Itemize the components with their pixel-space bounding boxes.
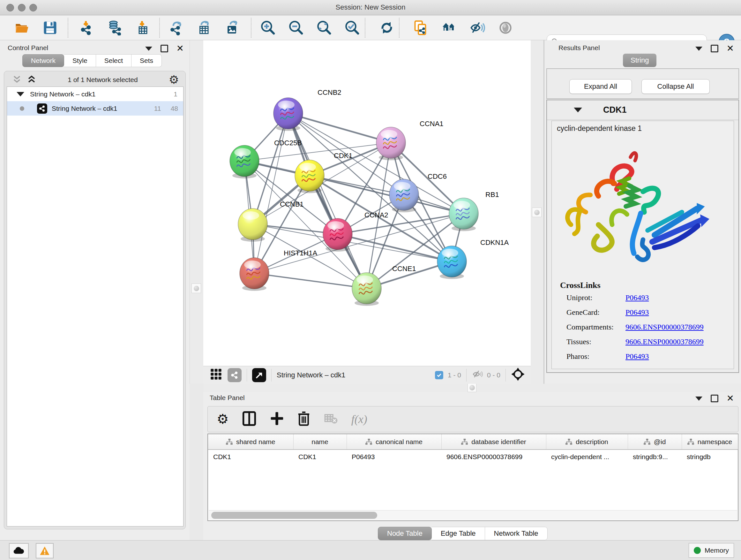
node-label-CCNE1: CCNE1	[392, 265, 416, 273]
network-node-CCNA1[interactable]: CCNA1	[376, 120, 444, 160]
collection-count: 1	[174, 90, 178, 98]
panel-float-icon[interactable]	[711, 45, 718, 52]
column-type-icon	[565, 439, 572, 445]
warning-status-button[interactable]	[36, 543, 54, 558]
network-node-CDKN1A[interactable]: CDKN1A	[437, 239, 509, 279]
network-node-HIST1H1A[interactable]: HIST1H1A	[240, 249, 317, 291]
network-collection-row[interactable]: String Network – cdk1 1	[7, 87, 183, 101]
panel-float-icon[interactable]	[711, 395, 718, 402]
column-header[interactable]: description	[546, 434, 628, 449]
import-network-database-icon[interactable]	[107, 20, 123, 36]
network-options-gear-icon[interactable]: ⚙	[169, 74, 179, 85]
memory-button[interactable]: Memory	[689, 543, 734, 558]
bottom-splitter[interactable]	[203, 384, 741, 392]
graphics-details-icon[interactable]	[498, 20, 513, 36]
fit-selected-crosshair-icon[interactable]	[511, 367, 525, 383]
open-session-icon[interactable]	[14, 20, 30, 36]
panel-close-icon[interactable]: ✕	[177, 45, 184, 52]
save-session-icon[interactable]	[43, 20, 58, 36]
network-node-CDC25B[interactable]: CDC25B	[230, 139, 302, 179]
collapse-all-button[interactable]: Collapse All	[642, 79, 710, 94]
column-header[interactable]: database identifier	[441, 434, 546, 449]
table-toolbar: ⚙ f(x)	[207, 406, 738, 432]
birds-eye-view-icon[interactable]	[210, 368, 222, 382]
network-node-count: 11	[154, 105, 161, 112]
column-header[interactable]: namespace	[682, 434, 738, 449]
expand-all-button[interactable]: Expand All	[569, 79, 632, 94]
panel-close-icon[interactable]: ✕	[727, 45, 734, 52]
status-bar: Memory	[0, 540, 741, 560]
show-columns-icon[interactable]	[242, 411, 256, 428]
column-header[interactable]: name	[293, 434, 347, 449]
collapse-all-networks-icon[interactable]	[12, 74, 22, 85]
network-view-toolbar: String Network – cdk1 1 - 0 0 - 0	[203, 366, 531, 384]
network-selection-status: 1 of 1 Network selected	[37, 76, 169, 84]
crosslink-row: Uniprot: P06493	[566, 294, 729, 306]
genecard-link[interactable]: P06493	[625, 308, 649, 321]
network-edge-CDK1-RB1[interactable]	[310, 176, 464, 213]
column-header[interactable]: @id	[628, 434, 682, 449]
tab-node-table[interactable]: Node Table	[378, 527, 432, 540]
tab-style[interactable]: Style	[64, 54, 96, 67]
tab-select[interactable]: Select	[96, 54, 131, 67]
column-header[interactable]: canonical name	[347, 434, 441, 449]
zoom-out-icon[interactable]	[288, 20, 304, 36]
network-edge-CCNB2-HIST1H1A[interactable]	[254, 113, 288, 273]
tab-network[interactable]: Network	[22, 54, 64, 67]
export-network-icon[interactable]	[169, 20, 184, 36]
table-row[interactable]: CDK1 CDK1 P06493 9606.ENSP00000378699 cy…	[208, 449, 738, 463]
zoom-fit-icon[interactable]	[317, 20, 332, 36]
copy-style-icon[interactable]	[414, 20, 429, 36]
import-table-icon[interactable]	[135, 20, 151, 36]
gene-section-header[interactable]: CDK1	[547, 100, 738, 120]
network-edge-CCNB2-CCNA1[interactable]	[288, 113, 391, 143]
column-header[interactable]: shared name	[208, 434, 293, 449]
uniprot-link[interactable]: P06493	[625, 294, 649, 306]
add-column-icon[interactable]	[270, 411, 284, 428]
pharos-link[interactable]: P06493	[625, 352, 649, 365]
panel-close-icon[interactable]: ✕	[727, 395, 734, 402]
network-node-CCNE1[interactable]: CCNE1	[352, 265, 416, 306]
delete-column-icon[interactable]	[297, 411, 311, 428]
selected-checkbox-icon[interactable]	[435, 371, 443, 379]
zoom-in-icon[interactable]	[260, 20, 276, 36]
panel-menu-icon[interactable]	[695, 47, 702, 51]
network-node-CCNB1[interactable]: CCNB1	[238, 200, 304, 242]
tab-network-table[interactable]: Network Table	[485, 527, 548, 540]
compartments-link[interactable]: 9606.ENSP00000378699	[625, 323, 704, 335]
export-image-icon[interactable]	[225, 20, 240, 36]
network-share-icon[interactable]	[227, 368, 242, 382]
network-row[interactable]: String Network – cdk1 11 48	[7, 101, 183, 116]
network-node-CDC6[interactable]: CDC6	[389, 172, 447, 212]
refresh-icon[interactable]	[379, 20, 394, 36]
current-network-dot-icon	[20, 106, 24, 111]
tab-string[interactable]: String	[623, 54, 657, 67]
network-canvas[interactable]: CCNB2CCNA1CDC25BCDK1CDC6RB1CCNB1CCNA2CDK…	[203, 40, 531, 366]
panel-menu-icon[interactable]	[145, 47, 152, 51]
tissues-link[interactable]: 9606.ENSP00000378699	[625, 337, 704, 350]
import-network-file-icon[interactable]	[79, 20, 94, 36]
panel-menu-icon[interactable]	[695, 396, 702, 401]
left-splitter[interactable]	[190, 40, 203, 384]
cloud-status-button[interactable]	[9, 543, 29, 558]
network-edge-HIST1H1A-CCNE1[interactable]	[254, 273, 367, 288]
gene-name: CDK1	[603, 105, 627, 115]
hide-selected-icon[interactable]	[470, 20, 485, 36]
export-table-icon[interactable]	[197, 20, 212, 36]
open-in-new-window-icon[interactable]	[252, 368, 266, 382]
warning-icon	[40, 546, 50, 556]
protein-structure-image	[557, 139, 729, 278]
expand-all-networks-icon[interactable]	[26, 74, 37, 85]
zoom-selected-icon[interactable]	[345, 20, 360, 36]
section-collapse-icon[interactable]	[574, 108, 582, 112]
table-horizontal-scrollbar[interactable]	[209, 510, 737, 520]
tree-expand-icon[interactable]	[17, 92, 24, 97]
panel-float-icon[interactable]	[160, 45, 168, 52]
table-settings-gear-icon[interactable]: ⚙	[217, 414, 229, 425]
tab-edge-table[interactable]: Edge Table	[432, 527, 485, 540]
node-label-CDC6: CDC6	[428, 172, 447, 180]
right-splitter[interactable]	[531, 40, 544, 384]
tab-sets[interactable]: Sets	[131, 54, 162, 67]
network-node-RB1[interactable]: RB1	[449, 191, 499, 231]
show-homes-icon[interactable]	[442, 20, 457, 36]
